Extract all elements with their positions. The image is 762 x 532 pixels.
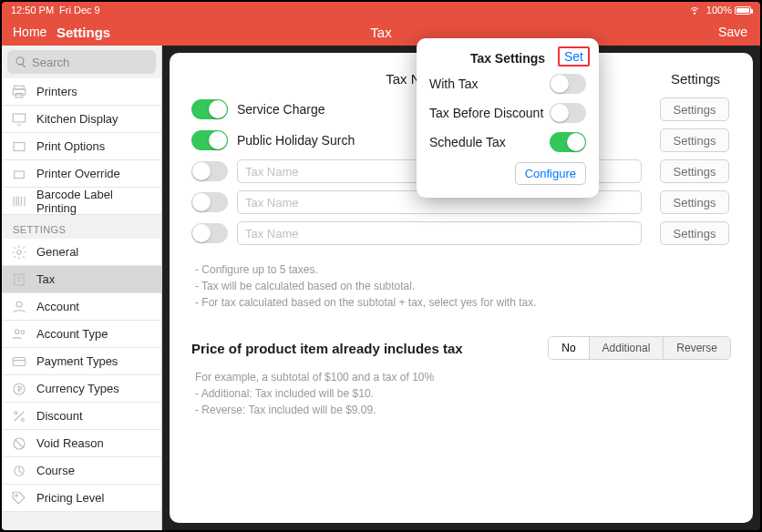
sidebar-item-label: Print Options xyxy=(36,139,105,153)
tax-row-5: Tax Name xyxy=(191,221,642,245)
sidebar-item-course[interactable]: Course xyxy=(2,457,161,485)
price-tax-segmented[interactable]: No Additional Reverse xyxy=(548,336,731,360)
sidebar-item-label: Barcode Label Printing xyxy=(36,188,152,215)
tax-toggle-2[interactable] xyxy=(191,130,228,150)
sidebar-item-label: Kitchen Display xyxy=(36,112,118,126)
search-input[interactable]: Search xyxy=(7,50,156,74)
svg-point-14 xyxy=(21,418,24,421)
sidebar-item-label: Course xyxy=(36,464,75,477)
users-icon xyxy=(11,326,27,343)
tax-notes: - Configure up to 5 taxes. - Tax will be… xyxy=(191,261,731,311)
sidebar-item-pricing-level[interactable]: Pricing Level xyxy=(2,485,161,512)
tax-input-5[interactable]: Tax Name xyxy=(237,221,642,245)
sidebar-item-barcode[interactable]: Barcode Label Printing xyxy=(2,188,161,215)
sidebar-item-payment-types[interactable]: Payment Types xyxy=(2,348,161,375)
seg-no[interactable]: No xyxy=(549,337,588,359)
save-button[interactable]: Save xyxy=(718,25,747,39)
popover-row-label: With Tax xyxy=(429,77,478,91)
popover-set-button[interactable]: Set xyxy=(558,46,590,66)
settings-button-5[interactable]: Settings xyxy=(660,221,729,245)
sidebar-item-label: Currency Types xyxy=(36,382,119,395)
settings-col-header: Settings xyxy=(660,71,731,87)
popover-row-with-tax: With Tax xyxy=(429,69,586,98)
seg-reverse[interactable]: Reverse xyxy=(663,337,730,359)
discount-icon xyxy=(11,408,27,425)
tax-before-discount-toggle[interactable] xyxy=(550,103,586,123)
seg-additional[interactable]: Additional xyxy=(589,337,664,359)
battery-icon xyxy=(735,6,751,15)
tax-icon xyxy=(11,271,27,288)
tax-toggle-1[interactable] xyxy=(191,99,228,119)
popover-title: Tax Settings xyxy=(470,51,545,66)
sidebar-item-tax[interactable]: Tax xyxy=(2,266,161,293)
status-date: Fri Dec 9 xyxy=(59,5,100,15)
printer-icon xyxy=(11,84,27,100)
sidebar-item-label: Void Reason xyxy=(36,436,104,450)
search-icon xyxy=(15,56,27,68)
schedule-tax-toggle[interactable] xyxy=(550,132,586,152)
settings-button-2[interactable]: Settings xyxy=(660,128,729,152)
popover-row-schedule-tax: Schedule Tax xyxy=(429,128,586,157)
popover-row-label: Schedule Tax xyxy=(429,135,506,149)
sidebar-item-label: Printer Override xyxy=(36,167,120,180)
void-icon xyxy=(11,435,27,452)
sidebar-item-printer-override[interactable]: Printer Override xyxy=(2,160,161,188)
sidebar-item-printers[interactable]: Printers xyxy=(2,78,161,106)
sidebar-group-label: SETTINGS xyxy=(2,215,161,239)
course-icon xyxy=(11,463,27,479)
sidebar-item-void-reason[interactable]: Void Reason xyxy=(2,430,161,457)
sidebar-item-discount[interactable]: Discount xyxy=(2,403,161,430)
tax-settings-popover: Tax Settings Set With Tax Tax Before Dis… xyxy=(417,38,599,198)
print-options-icon xyxy=(11,138,27,155)
tax-toggle-3[interactable] xyxy=(191,161,228,181)
search-placeholder: Search xyxy=(32,56,69,69)
popover-row-before-discount: Tax Before Discount xyxy=(429,98,586,128)
svg-rect-1 xyxy=(13,89,26,95)
sidebar-item-label: General xyxy=(36,245,78,259)
status-bar: 12:50 PM Fri Dec 9 100% xyxy=(2,2,760,18)
svg-rect-7 xyxy=(15,274,25,285)
sidebar-item-label: Printers xyxy=(36,85,77,98)
settings-button-4[interactable]: Settings xyxy=(660,190,729,214)
svg-point-13 xyxy=(15,411,17,414)
page-title: Tax xyxy=(370,25,391,40)
sidebar-item-account-type[interactable]: Account Type xyxy=(2,321,161,348)
svg-rect-5 xyxy=(15,171,25,179)
sidebar: Search Printers Kitchen Display Print Op… xyxy=(2,46,162,530)
svg-rect-3 xyxy=(13,114,26,122)
gear-icon xyxy=(11,244,27,261)
battery-percent: 100% xyxy=(706,5,732,15)
tax-toggle-5[interactable] xyxy=(191,223,228,243)
settings-title: Settings xyxy=(57,25,110,40)
sidebar-item-label: Payment Types xyxy=(36,354,118,368)
svg-point-9 xyxy=(15,329,20,333)
sidebar-item-general[interactable]: General xyxy=(2,239,161,266)
nav-header: Home Settings Tax Save xyxy=(2,18,760,46)
sidebar-item-kitchen-display[interactable]: Kitchen Display xyxy=(2,106,161,133)
with-tax-toggle[interactable] xyxy=(550,74,586,94)
svg-point-8 xyxy=(16,302,22,307)
pricing-icon xyxy=(11,490,27,506)
svg-rect-4 xyxy=(14,142,25,150)
price-includes-tax-header: Price of product item already includes t… xyxy=(191,341,463,356)
payment-icon xyxy=(11,353,27,370)
svg-point-17 xyxy=(15,494,17,496)
svg-rect-11 xyxy=(13,357,26,365)
sidebar-item-print-options[interactable]: Print Options xyxy=(2,133,161,160)
sidebar-item-currency-types[interactable]: Currency Types xyxy=(2,375,161,403)
svg-point-6 xyxy=(17,250,22,254)
sidebar-item-account[interactable]: Account xyxy=(2,293,161,321)
sidebar-item-label: Pricing Level xyxy=(36,491,104,505)
home-button[interactable]: Home xyxy=(13,25,46,39)
sidebar-item-label: Discount xyxy=(36,409,83,423)
configure-button[interactable]: Configure xyxy=(515,162,586,185)
tax-toggle-4[interactable] xyxy=(191,192,228,212)
svg-point-10 xyxy=(21,330,25,333)
settings-button-1[interactable]: Settings xyxy=(660,97,729,121)
printer-override-icon xyxy=(11,166,27,182)
sidebar-item-label: Tax xyxy=(36,272,55,286)
sidebar-item-label: Account xyxy=(36,300,79,313)
settings-button-3[interactable]: Settings xyxy=(660,159,729,183)
tax-name-1: Service Charge xyxy=(237,102,325,117)
wifi-icon xyxy=(688,3,701,17)
